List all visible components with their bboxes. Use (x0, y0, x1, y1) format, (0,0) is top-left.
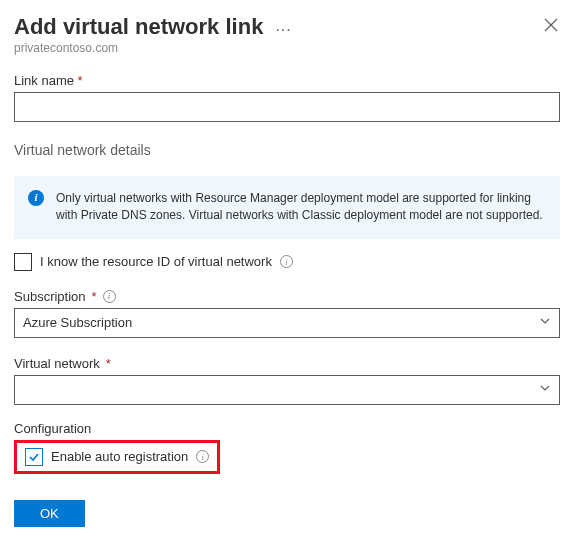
required-marker: * (92, 289, 97, 304)
configuration-heading: Configuration (14, 421, 560, 436)
info-circle-icon[interactable]: i (103, 290, 116, 303)
virtual-network-label: Virtual network (14, 356, 100, 371)
more-actions-icon[interactable]: ··· (275, 16, 291, 38)
breadcrumb-subtitle: privatecontoso.com (14, 41, 560, 55)
info-banner-text: Only virtual networks with Resource Mana… (56, 190, 546, 225)
auto-registration-highlight: Enable auto registration i (14, 440, 220, 474)
subscription-label: Subscription (14, 289, 86, 304)
auto-registration-label: Enable auto registration (51, 449, 188, 464)
chevron-down-icon (539, 315, 551, 330)
know-resource-id-checkbox[interactable] (14, 253, 32, 271)
know-resource-id-label: I know the resource ID of virtual networ… (40, 254, 272, 269)
page-title: Add virtual network link (14, 14, 263, 40)
subscription-value: Azure Subscription (23, 315, 132, 330)
link-name-input[interactable] (14, 92, 560, 122)
vnet-details-heading: Virtual network details (14, 142, 560, 158)
info-circle-icon[interactable]: i (280, 255, 293, 268)
auto-registration-checkbox[interactable] (25, 448, 43, 466)
info-banner: i Only virtual networks with Resource Ma… (14, 176, 560, 239)
link-name-label: Link name * (14, 73, 560, 88)
chevron-down-icon (539, 382, 551, 397)
close-icon[interactable] (542, 14, 560, 39)
info-circle-icon[interactable]: i (196, 450, 209, 463)
virtual-network-select[interactable] (14, 375, 560, 405)
info-icon: i (28, 190, 44, 206)
ok-button[interactable]: OK (14, 500, 85, 527)
required-marker: * (106, 356, 111, 371)
subscription-select[interactable]: Azure Subscription (14, 308, 560, 338)
required-marker: * (78, 73, 83, 88)
